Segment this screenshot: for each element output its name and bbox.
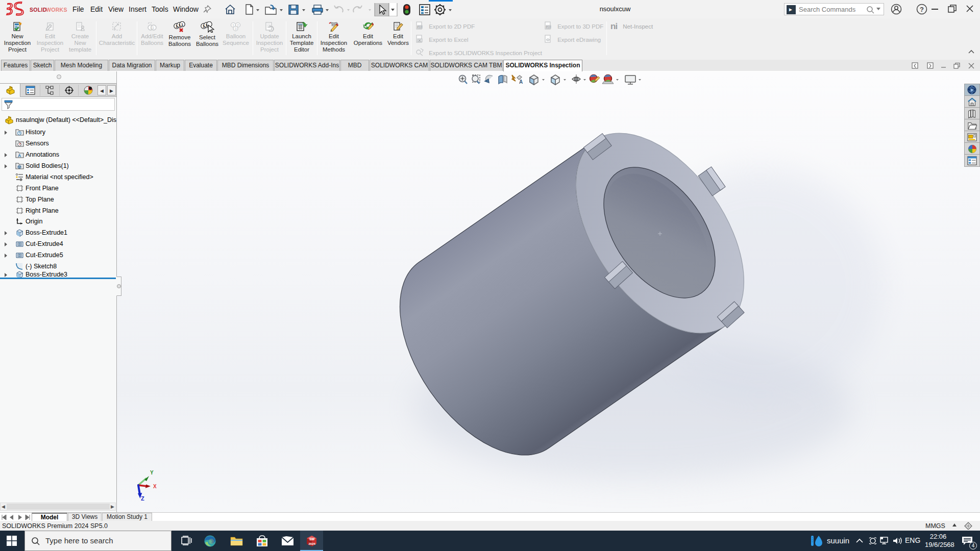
- svg-text:X: X: [153, 484, 157, 489]
- svg-text:11: 11: [150, 26, 155, 30]
- svg-text:1: 1: [232, 23, 234, 27]
- svg-text:3: 3: [235, 27, 237, 31]
- svg-text:Y: Y: [150, 470, 154, 475]
- svg-text:A: A: [519, 79, 523, 85]
- svg-text:1: 1: [176, 24, 178, 29]
- svg-text:SW: SW: [309, 537, 315, 541]
- svg-text:1: 1: [178, 23, 181, 28]
- svg-text:PDF: PDF: [546, 26, 551, 29]
- svg-text:2: 2: [237, 23, 239, 27]
- svg-text:PDF: PDF: [418, 26, 423, 29]
- svg-text:1: 1: [181, 22, 184, 27]
- svg-text:Z: Z: [141, 495, 144, 502]
- svg-text:WORKS: WORKS: [46, 7, 67, 13]
- svg-text:SOLID: SOLID: [30, 7, 47, 13]
- svg-text:1: 1: [203, 24, 205, 29]
- svg-text:?: ?: [920, 6, 924, 13]
- svg-text:1: 1: [205, 23, 208, 28]
- svg-text:2024: 2024: [309, 542, 316, 545]
- svg-text:A: A: [18, 153, 21, 158]
